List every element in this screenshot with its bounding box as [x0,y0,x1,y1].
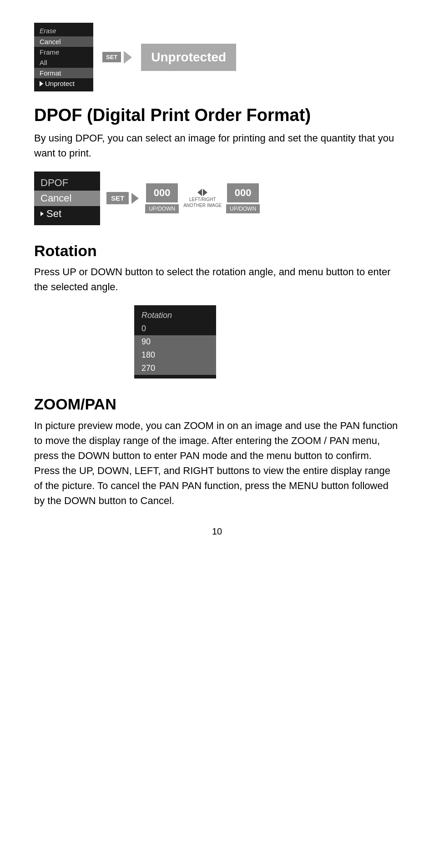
set-arrow: SET [102,51,132,64]
erase-menu-all: All [34,57,93,68]
dpof-updown-right: UP/DOWN [226,204,260,213]
lr-left-icon [197,189,202,196]
lr-label: LEFT/RIGHT [189,197,216,202]
rotation-menu-0: 0 [134,322,216,335]
erase-menu-format: Format [34,68,93,78]
erase-menu-cancel: Cancel [34,36,93,47]
another-image-label: ANOTHER IMAGE [183,203,222,208]
dpof-set-label: SET [106,192,129,204]
dpof-diagram: DPOF Cancel Set SET 000 UP/DOWN LEFT/RIG… [34,172,400,225]
rotation-heading: Rotation [34,242,400,260]
zoom-pan-heading: ZOOM/PAN [34,395,400,414]
dpof-heading: DPOF (Digital Print Order Format) [34,105,400,126]
rotation-menu-270: 270 [134,362,216,375]
dpof-top-row: 000 UP/DOWN LEFT/RIGHT ANOTHER IMAGE 000… [145,183,260,213]
page-number: 10 [34,526,400,537]
erase-arrow-icon [124,51,132,64]
erase-section: Erase Cancel Frame All Format Unprotect … [34,23,400,91]
dpof-updown-left: UP/DOWN [145,204,179,213]
rotation-menu-title: Rotation [134,309,216,322]
rotation-body: Press UP or DOWN button to select the ro… [34,264,400,294]
rotation-menu-90: 90 [134,335,216,348]
erase-menu-frame: Frame [34,47,93,57]
dpof-menu-cancel: Cancel [34,191,100,206]
zoom-pan-section: ZOOM/PAN In picture preview mode, you ca… [34,395,400,508]
dpof-menu-set: Set [34,206,100,222]
rotation-menu-180: 180 [134,348,216,362]
rotation-menu: Rotation 0 90 180 270 [134,305,216,378]
erase-menu: Erase Cancel Frame All Format Unprotect [34,23,93,91]
unprotected-box: Unprotected [141,44,236,71]
arrow-right-icon [40,81,43,86]
erase-menu-title: Erase [34,25,93,36]
rotation-section: Rotation Press UP or DOWN button to sele… [34,242,400,379]
dpof-value-left: 000 [146,183,178,202]
dpof-set-arrow: SET [106,192,139,204]
erase-menu-unprotect: Unprotect [34,78,93,89]
erase-set-label: SET [102,52,121,62]
dpof-arrow-icon [131,193,139,204]
lr-arrow-container: LEFT/RIGHT ANOTHER IMAGE [183,189,222,208]
dpof-menu-title: DPOF [34,175,100,191]
dpof-body: By using DPOF, you can select an image f… [34,131,400,161]
dpof-value-right: 000 [227,183,259,202]
dpof-right-diagram: 000 UP/DOWN LEFT/RIGHT ANOTHER IMAGE 000… [145,183,260,213]
zoom-pan-body: In picture preview mode, you can ZOOM in… [34,418,400,508]
lr-arrows [197,189,207,196]
arrow-right-small-icon [40,212,44,216]
lr-right-icon [203,189,207,196]
dpof-menu: DPOF Cancel Set [34,172,100,225]
